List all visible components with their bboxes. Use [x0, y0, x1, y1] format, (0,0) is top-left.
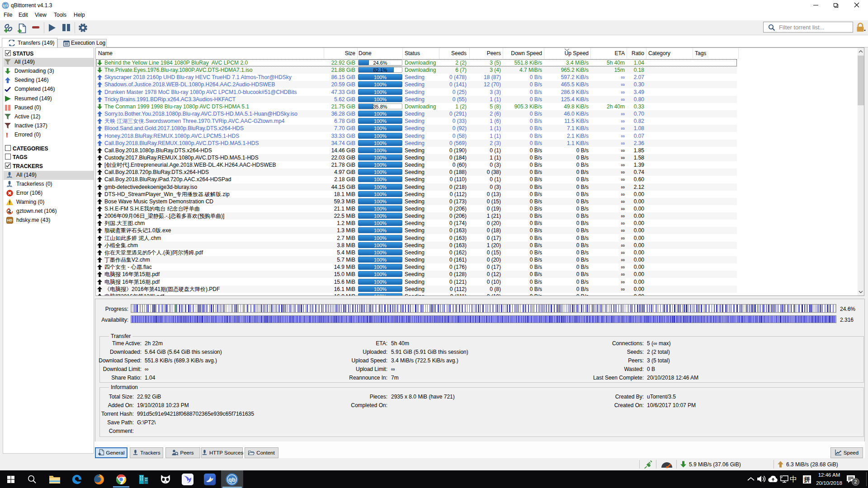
svg-text:qb: qb	[3, 3, 8, 8]
svg-text:qb: qb	[228, 476, 236, 483]
